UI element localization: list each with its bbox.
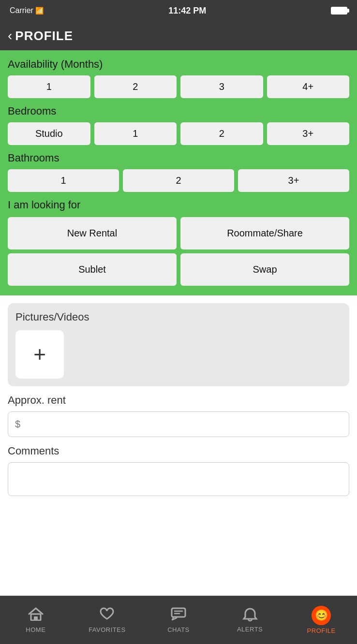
comments-label: Comments [8,445,349,457]
profile-circle-icon: 😊 [312,606,331,625]
looking-option-swap[interactable]: Swap [180,253,349,286]
looking-option-roommate-share[interactable]: Roommate/Share [180,217,349,249]
bathrooms-option-1[interactable]: 1 [8,169,119,192]
looking-option-new-rental[interactable]: New Rental [8,217,177,249]
main-content: Availability (Months) 1 2 3 4+ Bedrooms … [0,50,357,546]
tab-profile-label: PROFILE [307,627,336,634]
comments-input[interactable] [8,462,349,496]
availability-option-2[interactable]: 2 [94,75,177,98]
bedrooms-option-3plus[interactable]: 3+ [267,122,350,145]
tab-alerts[interactable]: ALERTS [214,596,286,644]
profile-face-icon: 😊 [315,609,328,622]
approx-rent-label: Approx. rent [8,394,349,407]
tab-favorites[interactable]: FAVORITES [72,596,143,644]
carrier-label: Carrier 📶 [10,6,44,15]
approx-rent-section: Approx. rent [0,386,357,437]
bedrooms-label: Bedrooms [8,105,349,117]
nav-bar: ‹ PROFILE [0,21,357,50]
bathrooms-option-3plus[interactable]: 3+ [238,169,349,192]
bedrooms-option-studio[interactable]: Studio [8,122,90,145]
wifi-icon: 📶 [35,7,44,15]
looking-option-sublet[interactable]: Sublet [8,253,177,286]
chats-icon [171,607,186,624]
tab-home-label: HOME [26,626,45,633]
favorites-icon [99,607,115,624]
home-icon [28,607,44,624]
tab-favorites-label: FAVORITES [89,626,126,633]
tab-home[interactable]: HOME [0,596,72,644]
bedrooms-option-2[interactable]: 2 [180,122,263,145]
looking-for-options: New Rental Roommate/Share Sublet Swap [8,217,349,286]
alerts-icon [242,607,258,624]
approx-rent-input[interactable] [8,411,349,437]
filter-section: Availability (Months) 1 2 3 4+ Bedrooms … [0,50,357,295]
nav-title: PROFILE [15,29,73,44]
bathrooms-label: Bathrooms [8,152,349,164]
time-display: 11:42 PM [168,6,206,16]
tab-profile[interactable]: 😊 PROFILE [285,596,357,644]
tab-alerts-label: ALERTS [237,626,263,633]
bathrooms-option-2[interactable]: 2 [123,169,234,192]
battery-icon [331,7,347,15]
tab-bar: HOME FAVORITES CHATS ALERTS [0,596,357,644]
back-button[interactable]: ‹ PROFILE [8,29,73,44]
pictures-section: Pictures/Videos + [8,303,349,386]
svg-rect-2 [172,608,185,617]
svg-rect-1 [34,616,38,620]
back-chevron-icon: ‹ [8,29,12,43]
availability-option-3[interactable]: 3 [180,75,263,98]
availability-option-1[interactable]: 1 [8,75,90,98]
availability-option-4plus[interactable]: 4+ [267,75,350,98]
looking-for-label: I am looking for [8,199,349,211]
add-photo-button[interactable]: + [15,330,64,379]
pictures-label: Pictures/Videos [15,311,342,323]
plus-icon: + [33,342,46,366]
bedrooms-options: Studio 1 2 3+ [8,122,349,145]
tab-chats[interactable]: CHATS [143,596,214,644]
comments-section: Comments [0,437,357,498]
bedrooms-option-1[interactable]: 1 [94,122,177,145]
bathrooms-options: 1 2 3+ [8,169,349,192]
status-bar: Carrier 📶 11:42 PM [0,0,357,21]
tab-chats-label: CHATS [167,626,190,633]
availability-options: 1 2 3 4+ [8,75,349,98]
availability-label: Availability (Months) [8,58,349,71]
